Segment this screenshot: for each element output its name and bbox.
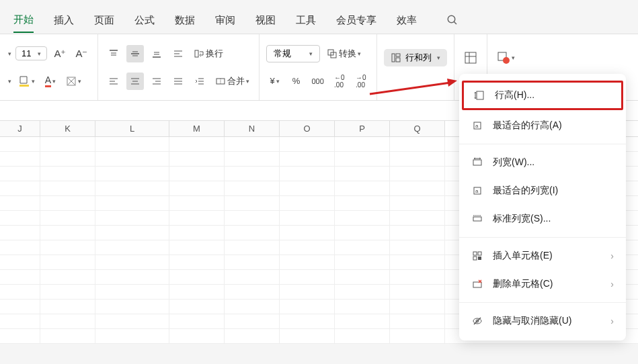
svg-line-1 (454, 21, 456, 24)
std-col-width-icon (471, 213, 483, 225)
decrease-decimal-icon[interactable]: →0.00 (352, 73, 370, 90)
menu-delete-cells[interactable]: 删除单元格(C) › (459, 270, 626, 298)
wrap-text-button[interactable]: 换行 (191, 45, 226, 62)
menu-insert-cells[interactable]: 插入单元格(E) › (459, 242, 626, 270)
main-tabs: 开始 插入 页面 公式 数据 审阅 视图 工具 会员专享 效率 (0, 7, 638, 34)
fill-color-icon[interactable]: ▾ (15, 73, 38, 90)
convert-button[interactable]: 转换▾ (324, 45, 364, 62)
menu-hide-unhide[interactable]: 隐藏与取消隐藏(U) › (459, 307, 626, 335)
menu-std-col-width[interactable]: 标准列宽(S)... (459, 205, 626, 233)
font-size-input[interactable]: 11▾ (15, 46, 47, 60)
menu-label: 最适合的列宽(I) (493, 185, 614, 197)
clear-format-icon[interactable]: ▾ (63, 73, 84, 90)
svg-rect-16 (195, 50, 198, 57)
col-header[interactable]: O (280, 121, 335, 136)
svg-rect-57 (478, 252, 481, 255)
rows-cols-dropdown: 行高(H)... a 最适合的行高(A) 列宽(W)... a 最适合的列宽(I… (459, 74, 626, 340)
menu-label: 列宽(W)... (493, 156, 614, 169)
best-col-width-icon: a (471, 185, 483, 197)
hide-icon (471, 315, 483, 327)
indent-icon[interactable] (191, 73, 208, 90)
merge-cells-button[interactable]: 合并▾ (212, 73, 252, 90)
menu-label: 最适合的行高(A) (493, 120, 614, 132)
chevron-right-icon: › (610, 279, 614, 289)
menu-label: 插入单元格(E) (493, 250, 601, 262)
number-format-select[interactable]: 常规▾ (266, 45, 320, 62)
svg-rect-58 (473, 257, 477, 260)
decrease-font-icon[interactable]: A⁻ (73, 45, 90, 62)
tab-view[interactable]: 视图 (255, 9, 276, 32)
align-bottom-icon[interactable] (148, 45, 165, 62)
menu-row-height[interactable]: 行高(H)... (462, 81, 623, 110)
svg-rect-54 (473, 217, 481, 221)
delete-cells-icon (471, 278, 483, 290)
border-dropdown-icon[interactable]: ▾ (8, 78, 11, 85)
justify-icon[interactable] (169, 73, 187, 90)
col-header[interactable]: L (95, 121, 169, 136)
tab-page[interactable]: 页面 (94, 9, 114, 32)
best-row-height-icon: a (471, 120, 483, 132)
align-middle-icon[interactable] (126, 45, 144, 62)
insert-cells-icon (471, 250, 483, 262)
increase-decimal-icon[interactable]: ←0.00 (331, 73, 348, 90)
svg-rect-50 (473, 160, 481, 165)
svg-rect-38 (396, 58, 400, 62)
align-left-icon[interactable] (105, 73, 122, 90)
search-icon[interactable] (444, 11, 461, 29)
svg-rect-46 (477, 91, 483, 99)
tab-insert[interactable]: 插入 (54, 9, 74, 32)
menu-label: 行高(H)... (495, 89, 612, 101)
svg-text:a: a (475, 188, 479, 194)
svg-rect-60 (473, 282, 481, 287)
comma-icon[interactable]: 000 (309, 73, 327, 90)
tab-data[interactable]: 数据 (175, 9, 195, 32)
currency-icon[interactable]: ¥ ▾ (266, 73, 284, 90)
tab-review[interactable]: 审阅 (215, 9, 235, 32)
orientation-icon[interactable] (169, 45, 187, 62)
col-header[interactable]: N (225, 121, 280, 136)
font-color-icon[interactable]: A▾ (42, 73, 59, 90)
col-header[interactable]: P (335, 121, 390, 136)
tab-tools[interactable]: 工具 (296, 9, 316, 32)
menu-label: 删除单元格(C) (493, 278, 601, 290)
svg-point-43 (503, 57, 510, 64)
col-width-icon (471, 156, 483, 169)
increase-font-icon[interactable]: A⁺ (51, 45, 69, 62)
svg-rect-36 (392, 54, 395, 62)
menu-label: 隐藏与取消隐藏(U) (493, 315, 601, 327)
menu-col-width[interactable]: 列宽(W)... (459, 148, 626, 177)
svg-rect-2 (19, 85, 29, 87)
chevron-right-icon: › (610, 316, 614, 326)
col-header[interactable]: Q (390, 121, 445, 136)
conditional-format-icon[interactable]: ▾ (494, 49, 518, 66)
align-top-icon[interactable] (105, 45, 122, 62)
col-header[interactable]: J (0, 121, 40, 136)
menu-label: 标准列宽(S)... (493, 213, 614, 225)
col-header[interactable]: M (169, 121, 225, 136)
svg-rect-56 (473, 252, 477, 255)
row-height-icon (473, 89, 485, 101)
tab-formula[interactable]: 公式 (134, 9, 155, 32)
tab-start[interactable]: 开始 (13, 8, 34, 33)
svg-rect-37 (396, 54, 400, 56)
percent-icon[interactable]: % (288, 73, 305, 90)
worksheet-icon[interactable] (461, 49, 480, 66)
tab-member[interactable]: 会员专享 (336, 9, 376, 32)
menu-best-col-width[interactable]: a 最适合的列宽(I) (459, 177, 626, 205)
align-center-icon[interactable] (126, 73, 144, 90)
svg-text:a: a (475, 123, 479, 129)
svg-rect-39 (465, 52, 476, 63)
rows-cols-button[interactable]: 行和列▾ (384, 49, 447, 66)
svg-rect-59 (478, 257, 481, 260)
menu-best-row-height[interactable]: a 最适合的行高(A) (459, 111, 626, 140)
tab-efficiency[interactable]: 效率 (397, 9, 417, 32)
svg-point-0 (448, 15, 455, 23)
font-dropdown-icon[interactable]: ▾ (8, 50, 11, 57)
col-header[interactable]: K (40, 121, 95, 136)
align-right-icon[interactable] (148, 73, 165, 90)
chevron-right-icon: › (610, 251, 614, 261)
